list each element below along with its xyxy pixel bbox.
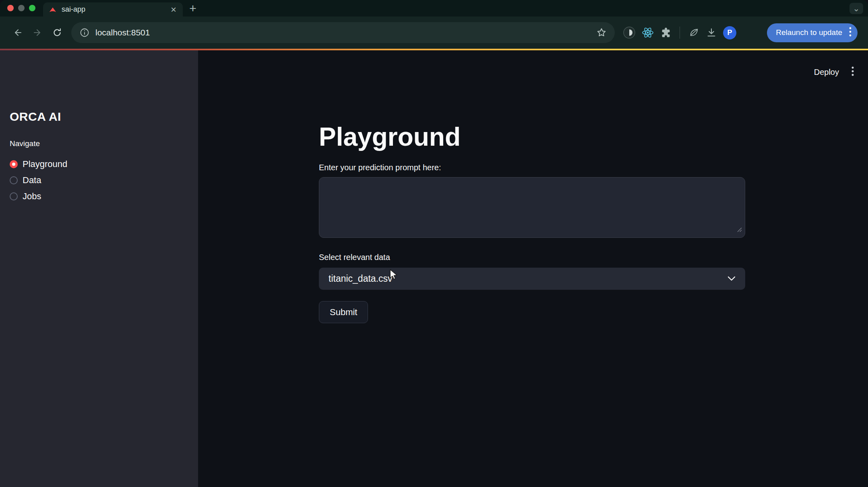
extensions-puzzle-icon[interactable] xyxy=(660,27,672,39)
browser-window: sai-app × + ⌄ loc xyxy=(0,0,868,487)
submit-button[interactable]: Submit xyxy=(319,301,368,323)
browser-tab-strip: sai-app × + ⌄ xyxy=(0,0,868,17)
data-select-dropdown[interactable]: titanic_data.csv xyxy=(319,268,745,290)
macos-minimize-button[interactable] xyxy=(18,5,25,11)
page-title: Playground xyxy=(319,123,868,151)
prompt-field-label: Enter your prediction prompt here: xyxy=(319,162,868,173)
macos-traffic-lights xyxy=(7,5,35,11)
browser-menu-kebab-icon[interactable] xyxy=(847,27,854,39)
browser-toolbar: localhost:8501 xyxy=(0,17,868,49)
streamlit-app: ORCA AI Navigate Playground Data Jobs xyxy=(0,50,868,487)
navigate-label: Navigate xyxy=(10,138,188,149)
textarea-resize-handle[interactable] xyxy=(736,227,742,234)
radio-option-jobs[interactable]: Jobs xyxy=(10,191,188,202)
bookmark-star-icon[interactable] xyxy=(596,27,607,38)
new-tab-button[interactable]: + xyxy=(186,2,200,15)
radio-selected-icon xyxy=(10,160,18,168)
browser-tab[interactable]: sai-app × xyxy=(43,2,183,17)
react-devtools-extension-icon[interactable] xyxy=(641,26,654,39)
prompt-textarea[interactable] xyxy=(319,177,745,238)
profile-avatar[interactable]: P xyxy=(723,26,736,39)
app-title: ORCA AI xyxy=(10,109,188,124)
chevron-down-icon xyxy=(727,275,736,283)
address-bar[interactable]: localhost:8501 xyxy=(71,22,615,43)
sidebar: ORCA AI Navigate Playground Data Jobs xyxy=(0,50,198,487)
macos-close-button[interactable] xyxy=(7,5,14,11)
radio-label: Playground xyxy=(23,159,67,169)
toolbar-separator xyxy=(680,27,680,39)
select-value: titanic_data.csv xyxy=(329,273,393,284)
tab-close-icon[interactable]: × xyxy=(170,5,177,14)
radio-unselected-icon xyxy=(10,192,18,200)
main-content: Deploy Playground Enter your prediction … xyxy=(198,50,868,487)
macos-zoom-button[interactable] xyxy=(29,5,35,11)
radio-label: Data xyxy=(23,175,41,186)
streamlit-favicon-icon xyxy=(49,6,57,14)
relaunch-label: Relaunch to update xyxy=(776,28,842,37)
leaf-extension-icon[interactable] xyxy=(688,27,700,39)
dark-mode-extension-icon[interactable] xyxy=(623,26,636,39)
radio-label: Jobs xyxy=(23,191,41,202)
deploy-button[interactable]: Deploy xyxy=(814,68,839,77)
forward-button[interactable] xyxy=(29,25,45,41)
select-field-label: Select relevant data xyxy=(319,252,868,263)
radio-option-playground[interactable]: Playground xyxy=(10,159,188,170)
navigation-radio-group: Playground Data Jobs xyxy=(10,159,188,202)
site-info-icon[interactable] xyxy=(79,27,90,38)
streamlit-header: Deploy xyxy=(814,66,854,78)
url-text[interactable]: localhost:8501 xyxy=(95,28,596,37)
tab-search-button[interactable]: ⌄ xyxy=(849,3,863,14)
radio-option-data[interactable]: Data xyxy=(10,175,188,186)
back-button[interactable] xyxy=(10,25,26,41)
tab-title: sai-app xyxy=(62,5,170,14)
prompt-textarea-wrapper xyxy=(319,177,745,238)
radio-unselected-icon xyxy=(10,176,18,184)
relaunch-to-update-button[interactable]: Relaunch to update xyxy=(767,23,858,42)
extensions-cluster: P xyxy=(623,26,736,39)
app-menu-kebab-icon[interactable] xyxy=(851,66,854,78)
downloads-icon[interactable] xyxy=(705,27,717,39)
reload-button[interactable] xyxy=(49,25,65,41)
